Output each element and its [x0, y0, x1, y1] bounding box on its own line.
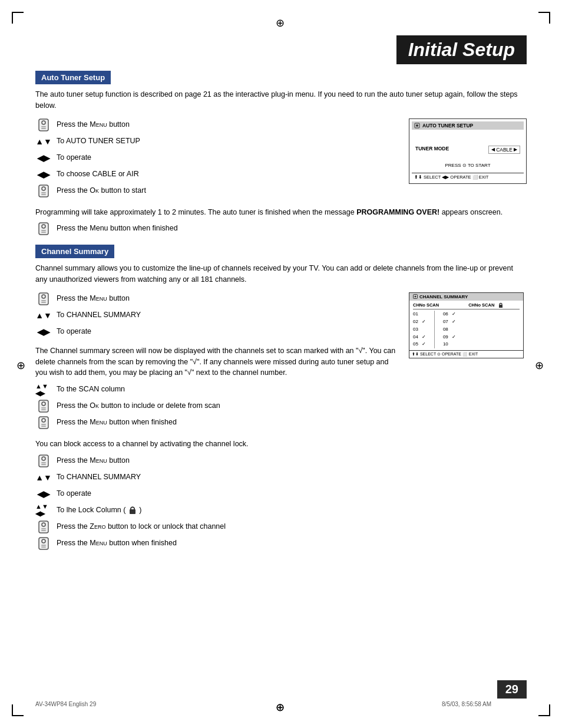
svg-rect-7: [41, 194, 46, 195]
step-text: Press the Menu button: [57, 454, 130, 466]
svg-rect-13: [41, 232, 46, 233]
arrows-ud-icon: ▲▼: [35, 309, 52, 322]
arrows-lr-icon: ◀▶: [35, 168, 52, 181]
cs-row: 07✓: [443, 318, 456, 326]
corner-mark-bl: [12, 704, 24, 716]
reg-mark-right: [535, 359, 546, 370]
cs-col-right: 06✓ 07✓ 08 09✓ 10: [443, 311, 456, 348]
tv-tuner-row: TUNER MODE ◀ CABLE ▶: [414, 145, 521, 154]
svg-rect-25: [41, 426, 46, 427]
step-item: Press the Menu button: [35, 292, 397, 305]
svg-rect-28: [499, 305, 503, 308]
step-text: To operate: [57, 325, 91, 337]
arrows-lr-icon: ◀▶: [35, 151, 52, 164]
svg-rect-6: [41, 192, 46, 193]
svg-rect-12: [41, 230, 46, 231]
auto-tuner-header: Auto Tuner Setup: [35, 71, 111, 84]
cs-title-text: CHANNEL SUMMARY: [419, 294, 468, 299]
corner-mark-tl: [12, 12, 24, 24]
auto-tuner-outro: Programming will take approximately 1 to…: [35, 207, 527, 218]
channel-summary-header: Channel Summary: [35, 245, 114, 258]
step-text: Press the Menu button: [57, 292, 130, 304]
step-text: To operate: [57, 487, 91, 499]
arrows-both-icon: ▲▼ ◀▶: [35, 504, 52, 517]
remote-icon: [35, 454, 52, 467]
tv-screen-title-text: AUTO TUNER SETUP: [422, 123, 473, 129]
step-item: Press the Menu button: [35, 118, 397, 131]
channel-summary-intro: Channel summary allows you to customize …: [35, 263, 527, 285]
cs-row: 04✓: [413, 334, 426, 341]
svg-rect-33: [130, 509, 135, 514]
step-text: To CHANNEL SUMMARY: [57, 471, 141, 483]
step-item: Press the Zero button to lock or unlock …: [35, 521, 527, 533]
svg-rect-21: [41, 409, 46, 410]
cs-row: 05✓: [413, 341, 426, 348]
remote-icon: [35, 521, 52, 533]
step-item: ▲▼ To AUTO TUNER SETUP: [35, 135, 397, 148]
step-text: Press the Zero button to lock or unlock …: [57, 521, 226, 532]
auto-tuner-section: Auto Tuner Setup The auto tuner setup fu…: [35, 71, 527, 235]
footer-text: ⬆⬇ SELECT ◀▶ OPERATE ⬜ EXIT: [414, 174, 488, 180]
cs-body-text: The Channel summary screen will now be d…: [35, 345, 397, 378]
step-text: To AUTO TUNER SETUP: [57, 135, 140, 147]
step-text: To the SCAN column: [57, 383, 125, 395]
tv-screen-footer: ⬆⬇ SELECT ◀▶ OPERATE ⬜ EXIT: [412, 173, 524, 181]
cs-row: 03: [413, 326, 426, 334]
col2-header: CHNo SCAN: [468, 302, 503, 308]
arrows-ud-icon: ▲▼: [35, 471, 52, 484]
tv-screen-body: TUNER MODE ◀ CABLE ▶ PRESS ⊙ TO START: [412, 132, 524, 170]
svg-rect-31: [41, 462, 46, 463]
step-item: Press the Menu button when finished: [35, 416, 397, 429]
footer-right: 8/5/03, 8:56:58 AM: [442, 701, 491, 707]
step-item: Press the Menu button when finished: [35, 537, 527, 550]
svg-rect-3: [41, 128, 46, 129]
svg-point-9: [416, 124, 418, 127]
remote-icon: [35, 416, 52, 429]
step-item: ◀▶ To operate: [35, 151, 397, 164]
col1-header: CHNo SCAN: [413, 302, 439, 308]
tuner-mode-value: ◀ CABLE ▶: [488, 146, 520, 154]
footer-reg-mark: [276, 701, 286, 711]
press-to-start: PRESS ⊙ TO START: [414, 162, 521, 169]
auto-tuner-steps: Press the Menu button ▲▼ To AUTO TUNER S…: [35, 118, 397, 201]
step-text: Press the Menu button when finished: [57, 416, 177, 428]
cs-row: 08: [443, 326, 456, 334]
cs-footer-text: ⬆⬇ SELECT ⊙ OPERATE ⬜ EXIT: [412, 352, 478, 357]
remote-icon: [35, 400, 52, 413]
svg-rect-37: [41, 530, 46, 531]
page-number: 29: [497, 680, 527, 699]
remote-icon: [35, 118, 52, 131]
arrows-lr-icon: ◀▶: [35, 325, 52, 338]
step-item: ▲▼ To CHANNEL SUMMARY: [35, 309, 397, 322]
corner-mark-tr: [538, 12, 550, 24]
step-text: To choose CABLE or AIR: [57, 168, 139, 180]
step-text: Press the Ok button to start: [57, 185, 146, 196]
cs-screen-widget: CHANNEL SUMMARY CHNo SCAN CHNo SCAN: [409, 292, 524, 359]
auto-tuner-intro: The auto tuner setup function is describ…: [35, 89, 527, 111]
step-item: Press the Menu button: [35, 454, 527, 467]
reg-mark-top: [276, 17, 286, 27]
svg-rect-32: [41, 464, 46, 465]
cs-steps: Press the Menu button ▲▼ To CHANNEL SUMM…: [35, 292, 397, 433]
cs-data: 01 02✓ 03 04✓ 05✓ 06✓ 07✓: [413, 311, 520, 348]
cs-step-screen: Press the Menu button ▲▼ To CHANNEL SUMM…: [35, 292, 527, 433]
step-item: Press the Ok button to start: [35, 185, 397, 197]
cs-col-left: 01 02✓ 03 04✓ 05✓: [413, 311, 426, 348]
step-text: Press the Menu button when finished: [57, 537, 177, 549]
step-item: ▲▼ ◀▶ To lhe Lock Column ( ): [35, 504, 527, 517]
svg-rect-16: [41, 300, 46, 301]
step-item: Press the Ok button to include or delete…: [35, 400, 397, 413]
cs-screen: CHANNEL SUMMARY CHNo SCAN CHNo SCAN: [409, 292, 527, 433]
step-item: ◀▶ To operate: [35, 487, 527, 500]
tuner-mode-label: TUNER MODE: [415, 146, 449, 154]
tv-screen: AUTO TUNER SETUP TUNER MODE ◀ CABLE ▶: [409, 118, 527, 184]
step-text: Press the Menu button: [57, 118, 130, 130]
cs-footer: ⬆⬇ SELECT ⊙ OPERATE ⬜ EXIT: [409, 350, 523, 358]
arrows-both-icon: ▲▼ ◀▶: [35, 383, 52, 396]
cs-col-headers: CHNo SCAN CHNo SCAN: [413, 302, 520, 310]
footer-left: AV-34WP84 English 29: [35, 701, 96, 707]
cs-row: 06✓: [443, 311, 456, 318]
remote-icon: [35, 185, 52, 197]
step-item: ▲▼ ◀▶ To the SCAN column: [35, 383, 397, 396]
remote-icon: [35, 292, 52, 305]
